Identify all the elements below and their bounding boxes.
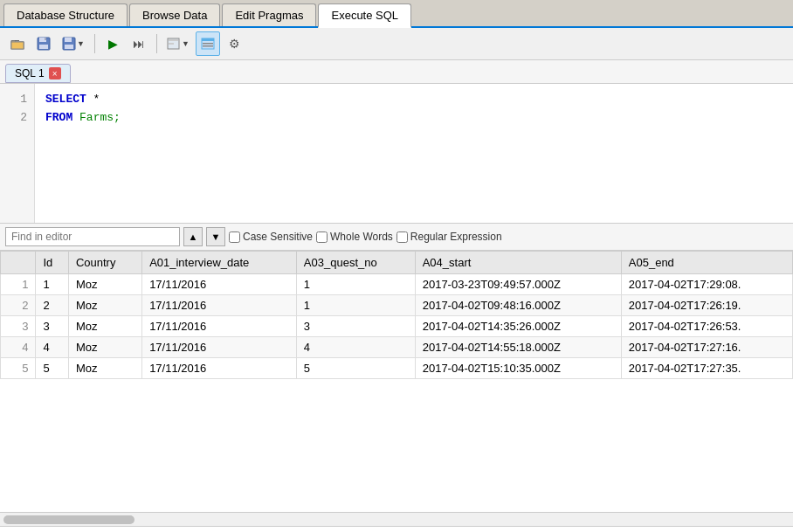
table-cell-1-1: 2	[36, 295, 69, 316]
table-cell-2-5: 2017-04-02T14:35:26.000Z	[415, 316, 621, 337]
table-cell-0-1: 1	[36, 274, 69, 295]
svg-rect-13	[203, 43, 213, 45]
table-row[interactable]: 33Moz17/11/201632017-04-02T14:35:26.000Z…	[1, 316, 793, 337]
table-cell-3-1: 4	[36, 337, 69, 358]
svg-rect-7	[65, 45, 73, 49]
table-cell-0-2: Moz	[68, 274, 141, 295]
run-icon: ▶	[108, 37, 118, 51]
whole-words-option: Whole Words	[316, 231, 393, 243]
case-sensitive-checkbox[interactable]	[229, 231, 240, 243]
save-icon	[37, 37, 51, 51]
col-header-country: Country	[68, 252, 141, 274]
table-cell-3-0: 4	[1, 337, 36, 358]
save-as-arrow: ▼	[77, 39, 85, 48]
save-as-button[interactable]: ▼	[58, 31, 89, 56]
table-row[interactable]: 44Moz17/11/201642017-04-02T14:55:18.000Z…	[1, 337, 793, 358]
case-sensitive-label: Case Sensitive	[243, 231, 313, 243]
sql-tab-close-button[interactable]: ×	[49, 67, 61, 79]
table-header-row: Id Country A01_interview_date A03_quest_…	[1, 252, 793, 274]
code-line-2: FROM Farms;	[45, 109, 783, 128]
active-view-icon	[201, 37, 215, 51]
table-row[interactable]: 55Moz17/11/201652017-04-02T15:10:35.000Z…	[1, 358, 793, 379]
code-content[interactable]: SELECT * FROM Farms;	[35, 84, 793, 223]
run-button[interactable]: ▶	[100, 31, 125, 56]
active-view-button[interactable]	[196, 31, 220, 56]
status-bar: 350 rows returned in 5ms from: SELECT * …	[0, 526, 793, 532]
table-cell-1-6: 2017-04-02T17:26:19.	[621, 295, 792, 316]
table-cell-0-0: 1	[1, 274, 36, 295]
hscroll-track[interactable]	[3, 515, 134, 524]
tab-execute-sql[interactable]: Execute SQL	[318, 3, 411, 28]
table-cell-3-4: 4	[296, 337, 415, 358]
toolbar: ▼ ▶ ⏭ ▼ ⚙	[0, 28, 793, 60]
table-cell-1-0: 2	[1, 295, 36, 316]
col-header-interview-date: A01_interview_date	[142, 252, 297, 274]
table-cell-2-1: 3	[36, 316, 69, 337]
save-button[interactable]	[31, 31, 56, 56]
table-cell-0-3: 17/11/2016	[142, 274, 297, 295]
find-bar: ▲ ▼ Case Sensitive Whole Words Regular E…	[0, 224, 793, 251]
table-row[interactable]: 11Moz17/11/201612017-03-23T09:49:57.000Z…	[1, 274, 793, 295]
table-cell-2-3: 17/11/2016	[142, 316, 297, 337]
whole-words-label: Whole Words	[330, 231, 393, 243]
table-cell-3-6: 2017-04-02T17:27:16.	[621, 337, 792, 358]
sql-tab-1[interactable]: SQL 1 ×	[5, 64, 71, 83]
editor-area[interactable]: 1 2 SELECT * FROM Farms;	[0, 84, 793, 224]
table-cell-1-5: 2017-04-02T09:48:16.000Z	[415, 295, 621, 316]
table-cell-4-5: 2017-04-02T15:10:35.000Z	[415, 358, 621, 379]
svg-rect-3	[45, 38, 46, 40]
regex-label: Regular Expression	[410, 231, 502, 243]
stop-icon: ⏭	[133, 37, 145, 51]
tabs-bar: Database Structure Browse Data Edit Prag…	[0, 0, 793, 28]
svg-rect-12	[202, 38, 214, 41]
svg-rect-4	[39, 45, 48, 49]
run-step-icon	[167, 37, 181, 51]
table-cell-2-2: Moz	[68, 316, 141, 337]
whole-words-checkbox[interactable]	[316, 231, 328, 243]
table-cell-2-6: 2017-04-02T17:26:53.	[621, 316, 792, 337]
results-area[interactable]: Id Country A01_interview_date A03_quest_…	[0, 251, 793, 512]
settings-button[interactable]: ⚙	[222, 31, 246, 56]
run-step-arrow: ▼	[182, 39, 190, 48]
toolbar-sep-2	[156, 34, 157, 53]
table-cell-1-3: 17/11/2016	[142, 295, 297, 316]
run-step-button[interactable]: ▼	[162, 31, 194, 56]
table-cell-4-6: 2017-04-02T17:27:35.	[621, 358, 792, 379]
tab-browse-data[interactable]: Browse Data	[129, 3, 220, 26]
table-cell-4-1: 5	[36, 358, 69, 379]
table-cell-1-4: 1	[296, 295, 415, 316]
line-numbers: 1 2	[0, 84, 35, 223]
find-input[interactable]	[5, 227, 180, 246]
table-cell-4-0: 5	[1, 358, 36, 379]
table-cell-4-3: 17/11/2016	[142, 358, 297, 379]
table-cell-3-3: 17/11/2016	[142, 337, 297, 358]
table-row[interactable]: 22Moz17/11/201612017-04-02T09:48:16.000Z…	[1, 295, 793, 316]
table-cell-0-4: 1	[296, 274, 415, 295]
table-cell-4-2: Moz	[68, 358, 141, 379]
svg-rect-6	[65, 38, 72, 42]
save-as-icon	[62, 37, 76, 51]
tab-edit-pragmas[interactable]: Edit Pragmas	[222, 3, 316, 26]
col-header-end: A05_end	[621, 252, 792, 274]
sql-tab-label: SQL 1	[15, 67, 45, 79]
table-cell-2-0: 3	[1, 316, 36, 337]
settings-icon: ⚙	[229, 37, 240, 51]
stop-button[interactable]: ⏭	[127, 31, 151, 56]
table-cell-1-2: Moz	[68, 295, 141, 316]
open-file-button[interactable]	[5, 31, 30, 56]
table-cell-3-5: 2017-04-02T14:55:18.000Z	[415, 337, 621, 358]
svg-rect-10	[169, 43, 174, 45]
find-up-button[interactable]: ▲	[183, 227, 203, 246]
results-table: Id Country A01_interview_date A03_quest_…	[0, 251, 793, 379]
col-header-id: Id	[36, 252, 69, 274]
table-cell-0-6: 2017-04-02T17:29:08.	[621, 274, 792, 295]
svg-rect-9	[169, 39, 178, 41]
table-cell-2-4: 3	[296, 316, 415, 337]
hscroll-bar[interactable]	[0, 512, 793, 526]
find-down-button[interactable]: ▼	[206, 227, 225, 246]
toolbar-sep-1	[94, 34, 95, 53]
regex-checkbox[interactable]	[396, 231, 408, 243]
code-line-1: SELECT *	[45, 91, 783, 109]
tab-database-structure[interactable]: Database Structure	[3, 3, 128, 26]
col-header-start: A04_start	[415, 252, 621, 274]
